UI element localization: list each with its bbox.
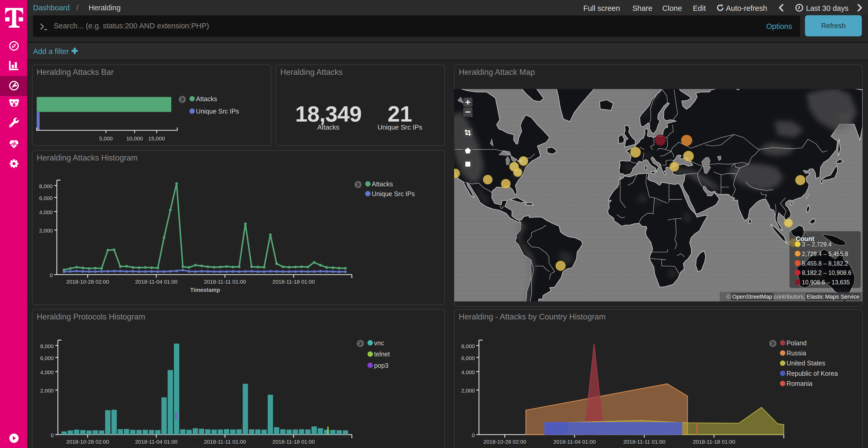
svg-text:6,000: 6,000: [40, 355, 54, 361]
svg-text:2018-11-11 01:00: 2018-11-11 01:00: [204, 279, 246, 285]
svg-text:Attacks: Attacks: [196, 95, 217, 102]
svg-text:15,000: 15,000: [148, 136, 165, 141]
svg-text:0: 0: [50, 272, 53, 278]
svg-text:4,000: 4,000: [40, 369, 54, 375]
svg-text:6,000: 6,000: [39, 195, 53, 201]
svg-text:0: 0: [472, 432, 475, 438]
svg-text:pop3: pop3: [374, 362, 389, 369]
svg-text:Republic of Korea: Republic of Korea: [786, 370, 838, 377]
svg-text:2,729.4 – 5,455.8: 2,729.4 – 5,455.8: [802, 250, 848, 257]
svg-text:8,000: 8,000: [40, 343, 54, 349]
svg-text:Unique Src IPs: Unique Src IPs: [372, 190, 415, 198]
svg-text:4,000: 4,000: [461, 369, 475, 375]
svg-text:© OpenStreetMap contributors,: © OpenStreetMap contributors, Elastic Ma…: [726, 294, 860, 300]
svg-text:Timestamp: Timestamp: [616, 447, 646, 448]
svg-text:4,000: 4,000: [39, 209, 53, 215]
svg-text:2018-11-04 01:00: 2018-11-04 01:00: [553, 439, 596, 445]
svg-text:3 – 2,729.4: 3 – 2,729.4: [802, 241, 832, 248]
svg-text:2018-11-18 01:00: 2018-11-18 01:00: [272, 279, 315, 285]
svg-text:10,908.6 – 13,635: 10,908.6 – 13,635: [802, 279, 850, 286]
svg-text:0: 0: [51, 432, 54, 438]
svg-text:Romania: Romania: [786, 380, 812, 387]
svg-text:5,000: 5,000: [99, 136, 113, 141]
svg-text:2018-11-11 01:00: 2018-11-11 01:00: [623, 439, 665, 445]
svg-text:2,000: 2,000: [40, 388, 54, 393]
svg-text:Russia: Russia: [786, 349, 807, 357]
svg-text:Timestamp: Timestamp: [190, 287, 220, 293]
svg-text:2018-10-28 02:00: 2018-10-28 02:00: [483, 439, 526, 445]
svg-text:Unique Src IPs: Unique Src IPs: [196, 108, 239, 115]
svg-text:2018-11-04 01:00: 2018-11-04 01:00: [135, 439, 178, 445]
svg-text:2,000: 2,000: [39, 228, 53, 234]
svg-text:2018-11-04 01:00: 2018-11-04 01:00: [135, 279, 178, 285]
svg-text:6,000: 6,000: [461, 355, 475, 361]
svg-text:2018-10-28 02:00: 2018-10-28 02:00: [66, 439, 109, 445]
svg-text:8,000: 8,000: [461, 343, 475, 349]
svg-text:8,182.2 – 10,908.6: 8,182.2 – 10,908.6: [802, 269, 851, 276]
svg-text:Attacks: Attacks: [372, 180, 393, 187]
svg-text:vnc: vnc: [374, 339, 384, 347]
svg-text:10,000: 10,000: [126, 136, 143, 141]
svg-text:Poland: Poland: [786, 339, 807, 347]
svg-text:5,455.8 – 8,182.2: 5,455.8 – 8,182.2: [802, 260, 848, 267]
svg-text:United States: United States: [786, 359, 826, 367]
svg-text:telnet: telnet: [374, 350, 390, 358]
svg-text:8,000: 8,000: [39, 183, 53, 189]
svg-text:2018-11-11 01:00: 2018-11-11 01:00: [204, 439, 246, 445]
svg-text:Timestamp: Timestamp: [190, 447, 220, 448]
svg-text:2018-11-18 01:00: 2018-11-18 01:00: [693, 439, 735, 445]
svg-text:2,000: 2,000: [461, 388, 475, 393]
svg-text:2018-10-28 02:00: 2018-10-28 02:00: [66, 279, 109, 285]
svg-text:2018-11-18 01:00: 2018-11-18 01:00: [272, 439, 315, 445]
